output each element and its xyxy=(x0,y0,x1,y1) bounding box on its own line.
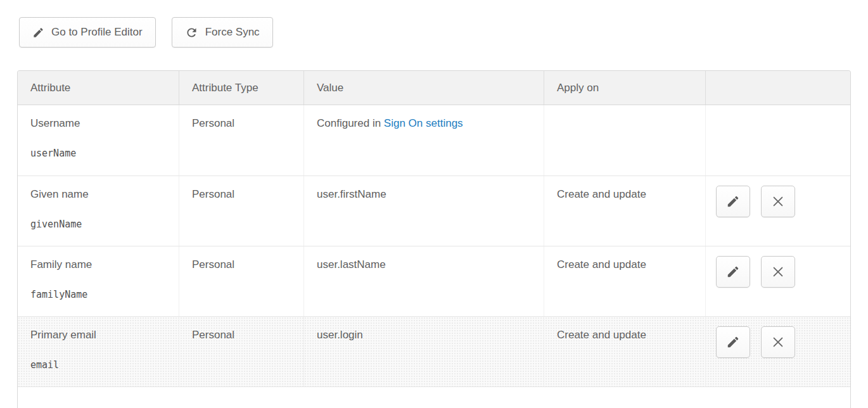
delete-attribute-button[interactable] xyxy=(761,326,795,358)
attribute-label: Family name xyxy=(30,258,169,272)
header-value: Value xyxy=(303,71,544,105)
delete-attribute-button[interactable] xyxy=(761,186,795,217)
force-sync-label: Force Sync xyxy=(205,26,260,39)
header-actions xyxy=(705,71,850,105)
apply-on-cell: Create and update xyxy=(544,246,705,316)
sign-on-settings-link[interactable]: Sign On settings xyxy=(384,117,463,129)
apply-on-cell: Create and update xyxy=(544,176,705,246)
attribute-cell: Primary email email xyxy=(18,317,179,386)
pencil-icon xyxy=(726,194,740,208)
attribute-variable-name: email xyxy=(30,358,169,372)
attribute-type-cell: Personal xyxy=(179,176,303,246)
value-cell: user.firstName xyxy=(303,176,544,246)
attribute-variable-name: givenName xyxy=(30,217,169,231)
attribute-label: Given name xyxy=(30,188,169,201)
actions-cell xyxy=(705,317,850,386)
close-icon xyxy=(771,194,785,208)
header-attribute: Attribute xyxy=(18,71,179,105)
attribute-cell: Username userName xyxy=(18,105,179,175)
table-header-row: Attribute Attribute Type Value Apply on xyxy=(18,71,850,105)
actions-cell xyxy=(705,105,850,175)
pencil-icon xyxy=(726,335,740,349)
actions-cell xyxy=(705,246,850,316)
edit-attribute-button[interactable] xyxy=(716,326,750,358)
attribute-label: Primary email xyxy=(30,328,169,342)
attribute-variable-name: userName xyxy=(30,146,169,160)
value-text: Configured in xyxy=(317,117,384,129)
edit-attribute-button[interactable] xyxy=(716,256,750,288)
actions-cell xyxy=(705,176,850,246)
attribute-variable-name: familyName xyxy=(30,288,169,302)
table-row-primary-email: Primary email email Personal user.login … xyxy=(18,316,850,386)
attribute-mappings-table: Attribute Attribute Type Value Apply on … xyxy=(17,70,851,408)
table-row-username: Username userName Personal Configured in… xyxy=(18,105,850,175)
apply-on-cell: Create and update xyxy=(544,317,705,386)
table-row-partial xyxy=(18,386,850,408)
attribute-cell: Family name familyName xyxy=(18,246,179,316)
attribute-label: Username xyxy=(30,117,169,131)
table-row-given-name: Given name givenName Personal user.first… xyxy=(18,175,850,246)
header-attribute-type: Attribute Type xyxy=(179,71,303,105)
edit-attribute-button[interactable] xyxy=(716,186,750,217)
attribute-type-cell: Personal xyxy=(179,317,303,386)
toolbar: Go to Profile Editor Force Sync xyxy=(0,0,868,48)
value-cell: user.lastName xyxy=(303,246,544,316)
value-cell: user.login xyxy=(303,317,544,386)
apply-on-cell xyxy=(544,105,705,175)
value-cell: Configured in Sign On settings xyxy=(303,105,544,175)
header-apply-on: Apply on xyxy=(544,71,705,105)
pencil-icon xyxy=(726,265,740,279)
go-to-profile-editor-button[interactable]: Go to Profile Editor xyxy=(19,17,156,48)
delete-attribute-button[interactable] xyxy=(761,256,795,288)
attribute-cell: Given name givenName xyxy=(18,176,179,246)
close-icon xyxy=(771,265,785,279)
table-row-family-name: Family name familyName Personal user.las… xyxy=(18,246,850,316)
attribute-type-cell: Personal xyxy=(179,246,303,316)
go-to-profile-editor-label: Go to Profile Editor xyxy=(51,26,143,39)
close-icon xyxy=(771,335,785,349)
force-sync-button[interactable]: Force Sync xyxy=(172,17,273,48)
refresh-icon xyxy=(185,26,198,39)
attribute-type-cell: Personal xyxy=(179,105,303,175)
pencil-icon xyxy=(32,27,44,39)
